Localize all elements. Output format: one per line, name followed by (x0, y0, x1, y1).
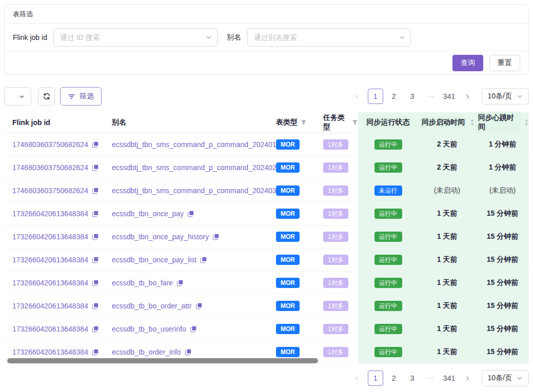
alias-link[interactable]: ecssdbtj_tbn_sms_command_p_command_20240… (112, 187, 277, 195)
table-row: 1746803603750682624 ecssdbtj_tbn_sms_com… (4, 179, 529, 202)
page-size-select[interactable]: 10条/页 (482, 370, 529, 386)
copy-icon[interactable] (212, 233, 220, 240)
task-type-badge: 1对多 (323, 232, 348, 242)
job-id-link[interactable]: 1746803603750682624 (12, 140, 88, 149)
reset-button[interactable]: 重置 (489, 55, 520, 71)
table-type-badge: MOR (276, 162, 300, 173)
pagination-page-1[interactable]: 1 (368, 89, 383, 104)
table-header: Flink job id 别名 表类型 任务类型 同步运行状态 同步启动时间 同… (4, 112, 529, 133)
job-id-link[interactable]: 1732660420613648384 (12, 325, 88, 333)
column-header-sync-heartbeat-time[interactable]: 同步心跳时间 (476, 112, 529, 133)
alias-label: 别名 (227, 33, 241, 42)
sync-heartbeat-time: 1 分钟前 (489, 140, 517, 149)
pagination-ellipsis[interactable]: ··· (423, 89, 439, 104)
task-type-badge: 1对多 (323, 278, 348, 288)
copy-icon[interactable] (195, 302, 203, 310)
copy-icon[interactable] (176, 279, 184, 286)
table-type-badge: MOR (276, 324, 300, 334)
column-header-sync-start-time[interactable]: 同步启动时间 (418, 112, 476, 133)
copy-icon[interactable] (92, 141, 99, 148)
query-button[interactable]: 查询 (452, 55, 483, 71)
job-id-link[interactable]: 1732660420613648384 (12, 210, 88, 218)
copy-icon[interactable] (92, 325, 99, 333)
job-id-link[interactable]: 1732660420613648384 (12, 279, 88, 287)
filter-panel-title: 表筛选 (5, 5, 528, 24)
pagination-page-2[interactable]: 2 (386, 370, 402, 386)
copy-icon[interactable] (92, 256, 99, 263)
copy-icon[interactable] (92, 210, 99, 217)
refresh-button[interactable] (38, 87, 55, 106)
copy-icon[interactable] (185, 348, 192, 356)
sort-icon[interactable] (524, 119, 529, 126)
table-type-badge: MOR (276, 185, 300, 196)
job-id-link[interactable]: 1732660420613648384 (12, 302, 88, 310)
sync-start-time: 1 天前 (437, 301, 458, 311)
task-type-badge: 1对多 (323, 139, 348, 150)
horizontal-scrollbar-thumb[interactable] (7, 358, 318, 363)
sort-icon[interactable] (470, 119, 475, 126)
alias-link[interactable]: ecssdbtj_tbn_sms_command_p_command_20240… (112, 140, 277, 149)
job-id-link[interactable]: 1746803603750682624 (12, 187, 88, 195)
chevron-down-icon (206, 34, 212, 40)
pagination-page-3[interactable]: 3 (405, 89, 420, 104)
filter-funnel-icon[interactable] (352, 119, 358, 126)
copy-icon[interactable] (92, 164, 99, 171)
sync-start-time: 1 天前 (437, 278, 458, 287)
chevron-down-icon (517, 93, 523, 99)
job-id-link[interactable]: 1732660420613648384 (12, 233, 88, 241)
copy-icon[interactable] (92, 302, 99, 310)
alias-link[interactable]: ecssdb_tb_order_info (112, 348, 181, 356)
filter-toggle-label: 筛选 (80, 92, 94, 101)
alias-link[interactable]: ecssdb_tb_bo_fare (112, 279, 173, 287)
status-badge: 运行中 (374, 347, 402, 357)
chevron-down-icon (399, 34, 405, 40)
column-header-sync-status: 同步运行状态 (358, 112, 418, 133)
copy-icon[interactable] (92, 187, 99, 194)
task-type-badge: 1对多 (323, 255, 348, 265)
alias-link[interactable]: ecssdbtj_tbn_sms_command_p_command_20240… (112, 163, 277, 172)
pagination-ellipsis[interactable]: ··· (423, 370, 439, 386)
page-size-select[interactable]: 10条/页 (482, 88, 529, 105)
job-id-link[interactable]: 1746803603750682624 (12, 163, 88, 172)
copy-icon[interactable] (92, 348, 99, 356)
pagination-next-button[interactable] (460, 89, 476, 104)
pagination-page-341[interactable]: 341 (442, 89, 457, 104)
sync-heartbeat-time: 15 分钟前 (487, 347, 518, 357)
status-badge: 运行中 (374, 255, 402, 265)
filter-toggle-button[interactable]: 筛选 (60, 87, 102, 106)
job-id-link[interactable]: 1732660420613648384 (12, 256, 88, 264)
copy-icon[interactable] (190, 325, 197, 333)
alias-input[interactable] (247, 28, 411, 47)
copy-icon[interactable] (92, 279, 99, 286)
copy-icon[interactable] (200, 256, 207, 263)
alias-link[interactable]: ecssdb_tbn_once_pay_list (112, 256, 196, 264)
task-type-badge: 1对多 (323, 301, 348, 311)
table-row: 1732660420613648384 ecssdb_tbn_once_pay_… (4, 225, 529, 249)
chevron-down-icon (517, 375, 523, 381)
table-type-badge: MOR (276, 255, 300, 265)
page-size-label: 10条/页 (488, 92, 512, 101)
pagination-page-1[interactable]: 1 (368, 370, 383, 386)
bottom-bar: 123···34110条/页 (4, 370, 529, 386)
alias-link[interactable]: ecssdb_tb_bo_order_attr (112, 302, 192, 310)
filter-funnel-icon[interactable] (301, 119, 307, 126)
flink-job-id-input[interactable] (53, 28, 218, 47)
copy-icon[interactable] (92, 233, 99, 240)
sync-heartbeat-time: 15 分钟前 (487, 301, 518, 311)
alias-link[interactable]: ecssdb_tb_bo_userinfo (112, 325, 186, 333)
table-type-badge: MOR (276, 301, 300, 311)
pagination-page-3[interactable]: 3 (405, 370, 420, 386)
pagination-page-2[interactable]: 2 (386, 89, 402, 104)
flink-job-id-label: Flink job id (13, 33, 47, 42)
column-settings-button[interactable] (4, 87, 31, 106)
pagination-next-button[interactable] (460, 370, 476, 386)
pagination-page-341[interactable]: 341 (442, 370, 457, 386)
job-id-link[interactable]: 1732660420613648384 (12, 348, 88, 356)
alias-link[interactable]: ecssdb_tbn_once_pay (112, 210, 184, 218)
table-row: 1732660420613648384 ecssdb_tb_bo_fare MO… (4, 272, 529, 295)
column-header-alias: 别名 (102, 112, 266, 133)
task-type-badge: 1对多 (323, 162, 348, 173)
alias-link[interactable]: ecssdb_tbn_once_pay_history (112, 233, 209, 241)
sync-start-time: 1 天前 (437, 232, 458, 241)
copy-icon[interactable] (187, 210, 194, 217)
